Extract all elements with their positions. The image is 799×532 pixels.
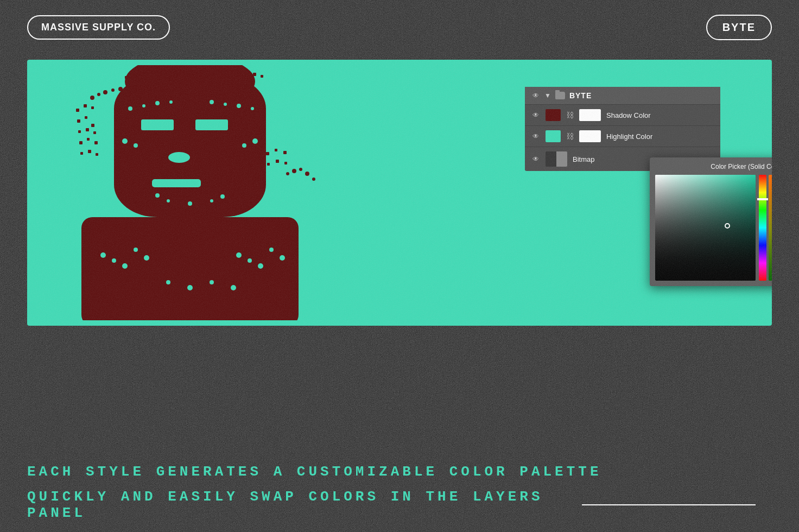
svg-rect-31 bbox=[80, 152, 83, 155]
svg-point-64 bbox=[155, 193, 160, 198]
color-picker-dialog: Color Picker (Solid Color) bbox=[650, 157, 772, 286]
layers-panel-title: BYTE bbox=[569, 91, 714, 100]
highlight-color-swatch[interactable] bbox=[546, 130, 561, 142]
svg-rect-26 bbox=[86, 128, 89, 131]
svg-point-61 bbox=[134, 143, 138, 148]
svg-point-80 bbox=[187, 285, 193, 290]
svg-point-15 bbox=[168, 152, 190, 163]
picker-middle-col: new current OK Cancel Add to Swatches bbox=[759, 175, 772, 281]
svg-point-69 bbox=[100, 252, 106, 258]
svg-rect-33 bbox=[96, 153, 98, 156]
svg-point-79 bbox=[166, 280, 170, 284]
svg-point-8 bbox=[118, 87, 123, 91]
svg-rect-25 bbox=[78, 130, 81, 133]
svg-point-75 bbox=[248, 258, 252, 263]
svg-rect-50 bbox=[248, 131, 251, 135]
svg-point-73 bbox=[144, 255, 149, 261]
chain-icon: ⛓ bbox=[566, 111, 574, 119]
chain-icon-highlight: ⛓ bbox=[566, 132, 574, 141]
svg-rect-16 bbox=[152, 179, 201, 187]
bottom-line2: QUICKLY AND EASILY SWAP COLORS IN THE LA… bbox=[27, 489, 772, 521]
svg-rect-23 bbox=[85, 116, 87, 119]
svg-point-78 bbox=[280, 255, 285, 261]
layer-row-shadow: 👁 ⛓ Shadow Color bbox=[525, 104, 720, 125]
eye-icon-bitmap[interactable]: 👁 bbox=[531, 156, 540, 162]
svg-rect-27 bbox=[93, 131, 96, 134]
layer-row-highlight: 👁 ⛓ Highlight Color bbox=[525, 125, 720, 147]
svg-rect-19 bbox=[76, 109, 79, 112]
svg-point-6 bbox=[103, 90, 107, 94]
svg-point-66 bbox=[188, 201, 192, 206]
svg-point-56 bbox=[210, 100, 214, 104]
white-swatch-highlight[interactable] bbox=[579, 130, 601, 142]
svg-point-59 bbox=[251, 107, 254, 110]
hue-indicator bbox=[757, 198, 768, 200]
hue-strip[interactable] bbox=[759, 175, 766, 281]
color-picker-cursor bbox=[725, 223, 730, 229]
svg-point-10 bbox=[286, 172, 289, 175]
bottom-line1: EACH STYLE GENERATES A CUSTOMIZABLE COLO… bbox=[27, 464, 772, 480]
color-picker-title: Color Picker (Solid Color) bbox=[655, 163, 772, 170]
expand-arrow-icon[interactable]: ▼ bbox=[544, 92, 551, 99]
highlight-layer-name: Highlight Color bbox=[606, 132, 714, 141]
svg-rect-47 bbox=[128, 131, 132, 135]
svg-rect-41 bbox=[132, 74, 136, 77]
header: MASSIVE SUPPLY CO. BYTE bbox=[0, 0, 799, 54]
shadow-color-swatch[interactable] bbox=[546, 109, 561, 121]
svg-point-74 bbox=[236, 252, 242, 258]
gamut-strip[interactable] bbox=[769, 175, 772, 281]
svg-rect-42 bbox=[140, 73, 143, 75]
svg-rect-36 bbox=[283, 151, 287, 154]
svg-rect-2 bbox=[141, 119, 174, 130]
svg-point-65 bbox=[167, 199, 170, 202]
layers-panel-header: 👁 ▼ BYTE bbox=[525, 87, 720, 104]
white-swatch[interactable] bbox=[579, 109, 601, 121]
svg-point-54 bbox=[155, 101, 160, 105]
svg-point-68 bbox=[220, 194, 225, 199]
svg-point-7 bbox=[111, 88, 115, 92]
svg-point-53 bbox=[142, 104, 145, 107]
svg-point-58 bbox=[237, 104, 241, 108]
pixel-portrait bbox=[49, 65, 337, 320]
svg-point-9 bbox=[128, 86, 131, 90]
svg-rect-20 bbox=[84, 104, 87, 107]
svg-rect-3 bbox=[195, 119, 228, 130]
svg-point-76 bbox=[258, 263, 263, 269]
brand-badge: MASSIVE SUPPLY CO. bbox=[27, 15, 170, 40]
svg-rect-48 bbox=[137, 129, 141, 134]
svg-rect-24 bbox=[91, 124, 94, 127]
svg-rect-34 bbox=[266, 152, 269, 155]
main-image-area: 👁 ▼ BYTE 👁 ⛓ Shadow Color 👁 ⛓ Highlight … bbox=[27, 60, 772, 326]
svg-rect-38 bbox=[276, 160, 279, 163]
svg-rect-18 bbox=[163, 206, 206, 228]
shadow-layer-name: Shadow Color bbox=[606, 111, 714, 119]
svg-rect-21 bbox=[91, 106, 94, 109]
svg-point-5 bbox=[97, 93, 100, 96]
bitmap-thumbnail bbox=[546, 151, 567, 167]
svg-rect-44 bbox=[253, 73, 256, 76]
eye-icon-highlight[interactable]: 👁 bbox=[531, 133, 540, 140]
eye-icon[interactable]: 👁 bbox=[531, 92, 540, 99]
thumb-left bbox=[546, 151, 556, 167]
thumb-right bbox=[556, 151, 567, 167]
svg-point-14 bbox=[312, 178, 315, 181]
svg-rect-49 bbox=[239, 136, 243, 140]
color-gradient-area[interactable] bbox=[655, 175, 756, 281]
bottom-section: EACH STYLE GENERATES A CUSTOMIZABLE COLO… bbox=[0, 464, 799, 521]
svg-rect-43 bbox=[244, 75, 247, 78]
svg-point-81 bbox=[210, 280, 214, 284]
picker-inner: new current OK Cancel Add to Swatches bbox=[655, 175, 772, 281]
svg-rect-51 bbox=[256, 129, 261, 134]
svg-rect-32 bbox=[88, 150, 91, 153]
layers-panel: 👁 ▼ BYTE 👁 ⛓ Shadow Color 👁 ⛓ Highlight … bbox=[525, 87, 720, 171]
svg-point-72 bbox=[134, 248, 138, 252]
svg-point-67 bbox=[210, 199, 213, 202]
svg-point-13 bbox=[305, 172, 309, 176]
bottom-divider bbox=[582, 504, 756, 505]
svg-rect-45 bbox=[261, 75, 263, 78]
eye-icon-shadow[interactable]: 👁 bbox=[531, 112, 540, 118]
svg-point-12 bbox=[299, 168, 302, 171]
svg-point-4 bbox=[90, 96, 94, 100]
svg-rect-28 bbox=[79, 141, 83, 144]
svg-point-55 bbox=[169, 100, 173, 104]
